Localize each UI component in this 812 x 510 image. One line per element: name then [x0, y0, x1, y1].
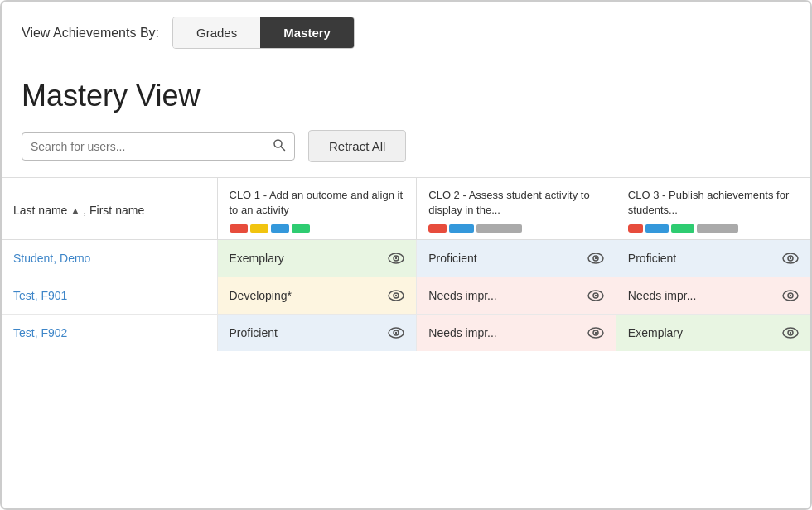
svg-point-10: [790, 257, 791, 259]
mastery-label: Developing*: [230, 289, 292, 302]
mastery-cell-r2-c1: Needs impr...: [417, 315, 616, 352]
mastery-cell-r1-c0: Developing*: [217, 277, 417, 315]
view-toggle-group: Grades Mastery: [172, 17, 355, 49]
clo2-title: CLO 2 - Assess student activity to displ…: [428, 188, 604, 218]
eye-icon[interactable]: [587, 253, 604, 264]
mastery-toggle-button[interactable]: Mastery: [260, 17, 354, 48]
eye-icon[interactable]: [388, 290, 404, 301]
clo1-bar-1: [230, 224, 248, 233]
mastery-cell-r2-c0: Proficient: [217, 315, 417, 352]
eye-icon[interactable]: [388, 253, 404, 264]
mastery-cell-inner: Developing*: [230, 289, 405, 302]
svg-point-16: [595, 295, 597, 296]
clo2-color-bar: [428, 224, 604, 233]
student-name-cell: Test, F902: [2, 315, 217, 352]
mastery-cell-inner: Needs impr...: [628, 289, 799, 302]
col-lastname-label: Last name: [13, 204, 67, 217]
clo1-bar-2: [250, 224, 268, 233]
mastery-label: Needs impr...: [428, 289, 496, 302]
controls-row: Retract All: [2, 130, 810, 177]
student-name-cell: Test, F901: [2, 277, 217, 315]
clo2-bar-1: [428, 224, 447, 233]
mastery-label: Needs impr...: [628, 289, 696, 302]
mastery-label: Proficient: [230, 326, 278, 339]
mastery-label: Needs impr...: [428, 326, 496, 339]
svg-point-13: [395, 295, 397, 296]
student-link[interactable]: Test, F901: [13, 289, 67, 302]
view-achievements-label: View Achievements By:: [22, 26, 159, 41]
mastery-cell-inner: Needs impr...: [428, 326, 604, 339]
grades-toggle-button[interactable]: Grades: [173, 17, 260, 48]
col-firstname-label: , First name: [83, 204, 144, 217]
eye-icon[interactable]: [782, 327, 799, 339]
mastery-label: Exemplary: [628, 326, 683, 339]
eye-icon[interactable]: [388, 327, 404, 339]
mastery-cell-inner: Exemplary: [230, 252, 405, 265]
svg-point-19: [790, 295, 791, 296]
col-header-clo3: CLO 3 - Publish achievements for student…: [616, 178, 810, 240]
mastery-cell-inner: Exemplary: [628, 326, 799, 339]
search-input[interactable]: [31, 140, 273, 153]
clo2-bar-2: [449, 224, 474, 233]
student-link[interactable]: Test, F902: [13, 326, 67, 339]
mastery-cell-inner: Proficient: [628, 252, 799, 265]
clo3-bar-1: [628, 224, 643, 233]
table-row: Test, F902Proficient Needs impr... Exemp…: [2, 315, 810, 352]
sort-icon[interactable]: ▲: [70, 205, 80, 215]
svg-point-28: [790, 332, 791, 334]
mastery-cell-r1-c2: Needs impr...: [616, 277, 810, 315]
search-icon: [273, 138, 286, 155]
clo3-bar-4: [697, 224, 738, 233]
mastery-cell-r0-c1: Proficient: [417, 240, 616, 277]
student-link[interactable]: Student, Demo: [13, 252, 90, 265]
eye-icon[interactable]: [587, 290, 604, 301]
col-header-clo2: CLO 2 - Assess student activity to displ…: [417, 178, 616, 240]
svg-point-7: [595, 257, 597, 259]
mastery-table: Last name ▲ , First name CLO 1 - Add an …: [2, 178, 810, 351]
page-title: Mastery View: [2, 59, 810, 130]
table-header-row: Last name ▲ , First name CLO 1 - Add an …: [2, 178, 810, 240]
top-bar: View Achievements By: Grades Mastery: [2, 2, 810, 59]
clo1-title: CLO 1 - Add an outcome and align it to a…: [230, 188, 405, 218]
mastery-cell-r2-c2: Exemplary: [616, 315, 810, 352]
eye-icon[interactable]: [782, 253, 799, 264]
clo3-title: CLO 3 - Publish achievements for student…: [628, 188, 799, 218]
clo2-bar-3: [476, 224, 522, 233]
search-wrapper: [22, 132, 295, 161]
clo1-bar-4: [292, 224, 310, 233]
svg-line-1: [281, 147, 285, 151]
student-name-cell: Student, Demo: [2, 240, 217, 277]
clo3-color-bar: [628, 224, 799, 233]
mastery-cell-inner: Proficient: [428, 252, 604, 265]
table-body: Student, DemoExemplary Proficient Profic…: [2, 240, 810, 352]
clo3-bar-3: [671, 224, 694, 233]
mastery-label: Proficient: [628, 252, 676, 265]
mastery-cell-r1-c1: Needs impr...: [417, 277, 616, 315]
mastery-cell-r0-c0: Exemplary: [217, 240, 417, 277]
clo1-color-bar: [230, 224, 405, 233]
table-container: Last name ▲ , First name CLO 1 - Add an …: [2, 177, 810, 351]
eye-icon[interactable]: [782, 290, 799, 301]
col-header-name: Last name ▲ , First name: [2, 178, 217, 240]
mastery-cell-inner: Needs impr...: [428, 289, 604, 302]
col-header-clo1: CLO 1 - Add an outcome and align it to a…: [217, 178, 417, 240]
mastery-cell-inner: Proficient: [230, 326, 405, 339]
clo1-bar-3: [271, 224, 289, 233]
mastery-label: Exemplary: [230, 252, 284, 265]
svg-point-22: [395, 332, 397, 334]
mastery-label: Proficient: [428, 252, 476, 265]
mastery-cell-r0-c2: Proficient: [616, 240, 810, 277]
table-row: Test, F901Developing* Needs impr... Need…: [2, 277, 810, 315]
eye-icon[interactable]: [587, 327, 604, 339]
svg-point-25: [595, 332, 597, 334]
retract-all-button[interactable]: Retract All: [308, 130, 406, 162]
svg-point-4: [395, 257, 397, 259]
clo3-bar-2: [645, 224, 669, 233]
table-row: Student, DemoExemplary Proficient Profic…: [2, 240, 810, 277]
